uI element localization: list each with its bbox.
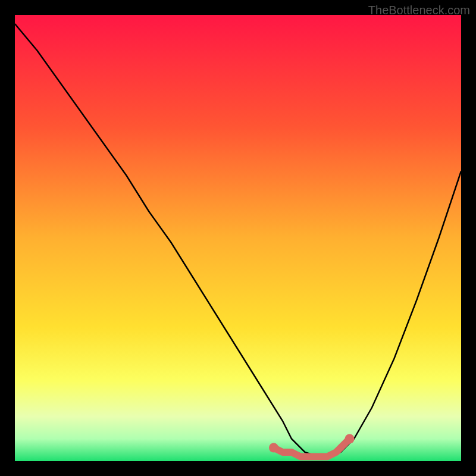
svg-point-1 <box>345 434 355 444</box>
svg-point-0 <box>269 443 278 453</box>
watermark-text: TheBottleneck.com <box>368 4 470 17</box>
chart-background <box>15 15 461 461</box>
chart-container <box>15 15 461 461</box>
bottleneck-chart <box>15 15 461 461</box>
